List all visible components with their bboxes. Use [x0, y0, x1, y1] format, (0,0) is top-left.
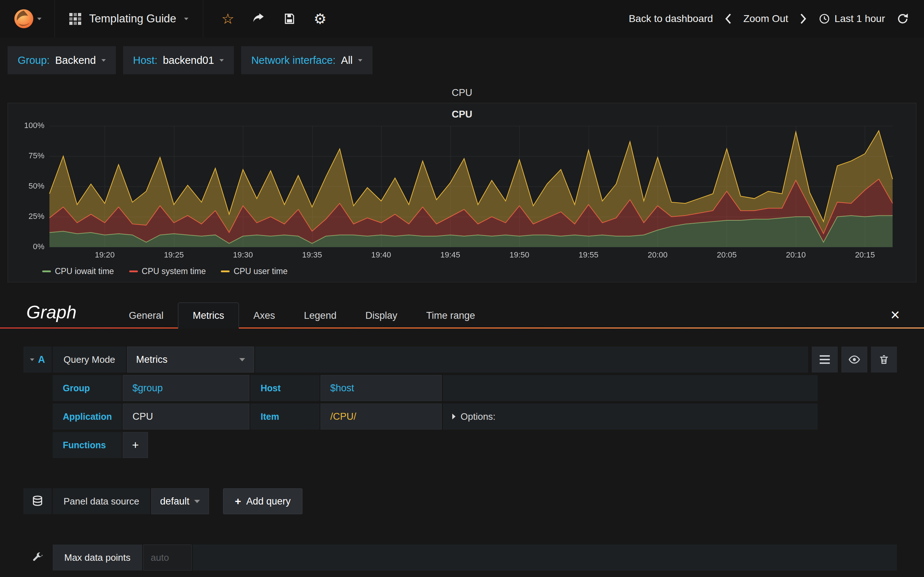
variable-host[interactable]: Host: backend01 — [123, 46, 234, 74]
chevron-down-icon — [194, 500, 200, 503]
legend-label: CPU iowait time — [55, 266, 114, 276]
query-collapse-toggle[interactable]: A — [23, 347, 52, 372]
application-field-value[interactable]: CPU — [123, 403, 249, 429]
chevron-right-icon[interactable] — [800, 13, 807, 24]
datasource-label: Panel data source — [53, 488, 150, 514]
query-letter: A — [38, 354, 45, 365]
template-variable-bar: Group: Backend Host: backend01 Network i… — [0, 37, 924, 81]
datasource-row: Panel data source default + Add query — [23, 488, 897, 514]
query-delete-button[interactable] — [871, 347, 897, 372]
max-data-points-input[interactable] — [143, 545, 192, 571]
host-field-label: Host — [250, 375, 320, 401]
query-row-filler — [255, 347, 808, 372]
application-field-label: Application — [53, 403, 122, 429]
chart-legend: CPU iowait timeCPU system timeCPU user t… — [8, 265, 916, 282]
add-function-button[interactable]: + — [123, 432, 148, 458]
plus-icon: + — [235, 495, 241, 508]
variable-group[interactable]: Group: Backend — [8, 46, 116, 74]
save-icon[interactable] — [283, 13, 296, 25]
cpu-graph-canvas[interactable] — [15, 121, 909, 265]
dashboard-title-caret-icon — [184, 18, 188, 20]
cpu-graph-panel: CPU CPU iowait timeCPU system timeCPU us… — [8, 103, 916, 282]
wrench-icon — [32, 552, 43, 563]
time-range-picker[interactable]: Last 1 hour — [819, 13, 885, 24]
legend-item[interactable]: CPU system time — [129, 266, 206, 276]
share-icon[interactable] — [252, 12, 265, 25]
item-field-label: Item — [250, 403, 320, 429]
chevron-down-icon — [220, 59, 224, 62]
tab-legend[interactable]: Legend — [289, 303, 351, 329]
functions-label: Functions — [53, 432, 122, 458]
caret-right-icon — [452, 414, 456, 419]
group-field-value[interactable]: $group — [123, 375, 249, 401]
query-menu-button[interactable] — [812, 347, 838, 372]
variable-host-label: Host: — [133, 55, 158, 66]
clock-icon — [819, 13, 830, 24]
legend-item[interactable]: CPU iowait time — [42, 266, 114, 276]
star-icon[interactable]: ☆ — [221, 11, 234, 26]
chevron-left-icon[interactable] — [724, 13, 732, 24]
tab-display[interactable]: Display — [351, 303, 412, 329]
add-query-label: Add query — [246, 496, 291, 507]
query-mode-value: Metrics — [136, 354, 168, 365]
menu-icon — [820, 355, 830, 364]
max-data-points-label: Max data points — [53, 545, 142, 571]
back-to-dashboard-button[interactable]: Back to dashboard — [629, 13, 713, 24]
close-editor-icon[interactable]: × — [890, 307, 908, 329]
chevron-down-icon — [102, 59, 106, 62]
field-row-filler — [443, 375, 817, 401]
dashboard-grid-icon — [69, 13, 81, 25]
legend-swatch — [42, 271, 51, 272]
editor-tabs: General Metrics Axes Legend Display Time… — [115, 303, 489, 329]
variable-netif-value: All — [341, 55, 353, 66]
collapse-caret-icon — [30, 358, 34, 361]
variable-host-value: backend01 — [163, 55, 214, 66]
variable-group-label: Group: — [18, 55, 50, 66]
variable-group-value: Backend — [55, 55, 96, 66]
legend-label: CPU system time — [142, 266, 206, 276]
mdp-row-filler — [193, 545, 897, 571]
datasource-select[interactable]: default — [151, 488, 209, 514]
grafana-logo[interactable] — [0, 0, 55, 37]
query-field-row-1: Group $group Host $host — [53, 375, 817, 401]
trash-icon — [878, 354, 890, 365]
grafana-logo-icon — [13, 8, 34, 29]
max-data-points-row: Max data points — [23, 545, 897, 571]
database-icon — [31, 495, 44, 508]
chevron-down-icon — [358, 59, 362, 62]
gear-icon[interactable]: ⚙ — [313, 11, 327, 26]
options-label: Options: — [460, 411, 496, 422]
row-title: CPU — [0, 87, 924, 98]
editor-body: A Query Mode Metrics — [0, 329, 924, 571]
tab-time-range[interactable]: Time range — [412, 303, 490, 329]
query-field-row-2: Application CPU Item /CPU/ Options: — [53, 403, 817, 429]
query-mode-select[interactable]: Metrics — [127, 347, 254, 372]
editor-header: Graph General Metrics Axes Legend Displa… — [0, 302, 924, 329]
panel-title[interactable]: CPU — [8, 103, 916, 121]
navbar-right: Back to dashboard Zoom Out Last 1 hour — [629, 0, 924, 37]
host-field-value[interactable]: $host — [320, 375, 442, 401]
legend-swatch — [221, 271, 229, 272]
panel-editor: Graph General Metrics Axes Legend Displa… — [0, 302, 924, 571]
tab-metrics[interactable]: Metrics — [178, 303, 239, 329]
add-query-button[interactable]: + Add query — [223, 488, 303, 514]
tab-axes[interactable]: Axes — [239, 303, 289, 329]
panel-type-title: Graph — [26, 302, 76, 323]
item-field-value[interactable]: /CPU/ — [320, 403, 442, 429]
dashboard-title-text: Templating Guide — [89, 12, 176, 25]
refresh-icon[interactable] — [897, 13, 909, 25]
query-mode-label: Query Mode — [53, 347, 126, 372]
navbar: Templating Guide ☆ ⚙ Back to dashboard Z… — [0, 0, 924, 37]
variable-netif[interactable]: Network interface: All — [241, 46, 373, 74]
options-toggle[interactable]: Options: — [443, 403, 817, 429]
functions-row: Functions + — [53, 432, 817, 458]
query-toggle-visibility-button[interactable] — [842, 347, 867, 372]
dashboard-title[interactable]: Templating Guide — [55, 0, 203, 37]
variable-netif-label: Network interface: — [251, 55, 336, 66]
legend-item[interactable]: CPU user time — [221, 266, 288, 276]
tab-general[interactable]: General — [115, 303, 178, 329]
zoom-out-button[interactable]: Zoom Out — [743, 13, 788, 24]
chevron-down-icon — [239, 358, 245, 361]
eye-icon — [848, 353, 861, 366]
wrench-icon-cell — [23, 545, 52, 571]
